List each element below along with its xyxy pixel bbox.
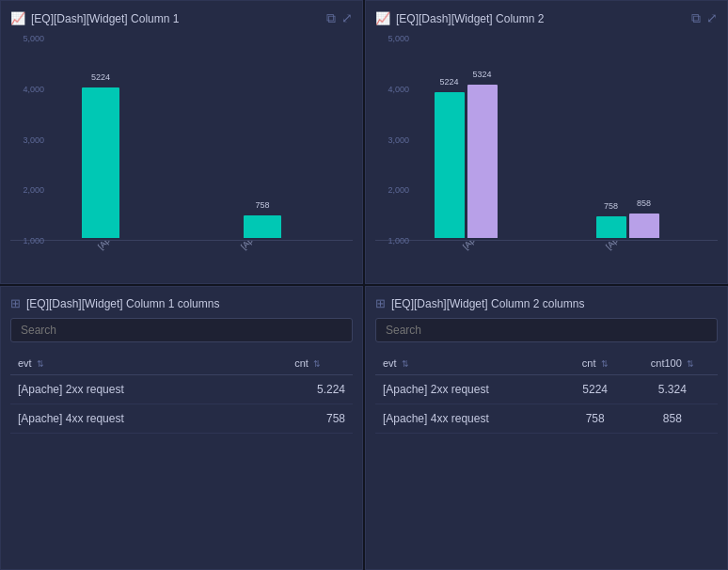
table-icon-1: ⊞ bbox=[10, 296, 21, 310]
bar-4xx-teal-2: 758 bbox=[596, 216, 626, 238]
bar-4xx-1: 758 bbox=[244, 215, 281, 238]
chart2-bars: 5224 5324 758 bbox=[375, 69, 718, 238]
chart2-actions[interactable]: ⧉ ⤢ bbox=[691, 10, 718, 26]
chart2-axis-bars: 5,000 4,000 3,000 2,000 1,000 5224 bbox=[375, 34, 718, 238]
table2-col-cnt: cnt ⇅ bbox=[563, 352, 627, 375]
table1-row2-evt: [Apache] 4xx request bbox=[10, 404, 262, 434]
table-row: [Apache] 4xx request 758 858 bbox=[375, 404, 718, 434]
table2-container: evt ⇅ cnt ⇅ cnt100 ⇅ bbox=[375, 352, 718, 560]
bar-2xx-1: 5224 bbox=[82, 87, 119, 238]
table2-header-row: evt ⇅ cnt ⇅ cnt100 ⇅ bbox=[375, 352, 718, 375]
table1-row1-evt: [Apache] 2xx request bbox=[10, 375, 262, 404]
dashboard: 📈 [EQ][Dash][Widget] Column 1 ⧉ ⤢ 5,000 … bbox=[0, 0, 728, 570]
chart2-x-labels: [Apache] 2xx request [Apache] 4xx reques… bbox=[413, 241, 718, 274]
table2-title-group: ⊞ [EQ][Dash][Widget] Column 2 columns bbox=[375, 296, 584, 310]
chart-panel-1: 📈 [EQ][Dash][Widget] Column 1 ⧉ ⤢ 5,000 … bbox=[0, 0, 363, 284]
table-icon-2: ⊞ bbox=[375, 296, 386, 310]
chart1-title: [EQ][Dash][Widget] Column 1 bbox=[31, 12, 179, 25]
table2-row1-evt: [Apache] 2xx request bbox=[375, 375, 563, 404]
table1-body: [Apache] 2xx request 5.224 [Apache] 4xx … bbox=[10, 375, 353, 434]
chart1-header: 📈 [EQ][Dash][Widget] Column 1 ⧉ ⤢ bbox=[10, 10, 353, 26]
table1-title-group: ⊞ [EQ][Dash][Widget] Column 1 columns bbox=[10, 296, 219, 310]
sort-icon-cnt100[interactable]: ⇅ bbox=[687, 359, 694, 369]
table2-row1-cnt100: 5.324 bbox=[627, 375, 718, 404]
bar-2xx-purple-2: 5324 bbox=[467, 85, 498, 238]
sort-icon-evt-2[interactable]: ⇅ bbox=[402, 359, 409, 369]
chart1-y-axis: 5,000 4,000 3,000 2,000 1,000 bbox=[10, 34, 48, 245]
chart2-title-group: 📈 [EQ][Dash][Widget] Column 2 bbox=[375, 11, 544, 25]
copy-icon-2[interactable]: ⧉ bbox=[691, 10, 701, 26]
table2-col-evt: evt ⇅ bbox=[375, 352, 563, 375]
table1: evt ⇅ cnt ⇅ [Apache] 2xx request 5.224 bbox=[10, 352, 353, 434]
bars-2-1: 5224 5324 bbox=[399, 85, 532, 238]
x-label-1-2: [Apache] 4xx request bbox=[200, 241, 343, 274]
table2-row2-cnt100: 858 bbox=[627, 404, 718, 434]
table2-row2-evt: [Apache] 4xx request bbox=[375, 404, 563, 434]
copy-icon-1[interactable]: ⧉ bbox=[326, 10, 336, 26]
chart1-bars: 5224 758 bbox=[10, 69, 353, 238]
chart1-x-labels: [Apache] 2xx request [Apache] 4xx reques… bbox=[48, 241, 353, 274]
table2-row1-cnt: 5224 bbox=[563, 375, 627, 404]
table2-header: ⊞ [EQ][Dash][Widget] Column 2 columns bbox=[375, 296, 718, 310]
sort-icon-evt-1[interactable]: ⇅ bbox=[37, 359, 44, 369]
sort-icon-cnt-1[interactable]: ⇅ bbox=[313, 359, 321, 369]
chart2-wrapper: 5,000 4,000 3,000 2,000 1,000 5224 bbox=[375, 34, 718, 274]
table1-search[interactable] bbox=[10, 318, 353, 342]
table2-title: [EQ][Dash][Widget] Column 2 columns bbox=[391, 297, 584, 310]
chart1-axis-bars: 5,000 4,000 3,000 2,000 1,000 5224 bbox=[10, 34, 353, 238]
bar-4xx-purple-2: 858 bbox=[629, 214, 659, 238]
fullscreen-icon-2[interactable]: ⤢ bbox=[706, 10, 718, 26]
bar-2xx-teal-2: 5224 bbox=[435, 92, 465, 238]
table1-header: ⊞ [EQ][Dash][Widget] Column 1 columns bbox=[10, 296, 353, 310]
table-row: [Apache] 2xx request 5224 5.324 bbox=[375, 375, 718, 404]
table2-col-cnt100: cnt100 ⇅ bbox=[627, 352, 718, 375]
chart-icon-2: 📈 bbox=[375, 11, 390, 25]
chart2-y-axis: 5,000 4,000 3,000 2,000 1,000 bbox=[375, 34, 413, 245]
x-label-2-1: [Apache] 2xx request bbox=[422, 241, 565, 274]
table1-header-row: evt ⇅ cnt ⇅ bbox=[10, 352, 353, 375]
table2-body: [Apache] 2xx request 5224 5.324 [Apache]… bbox=[375, 375, 718, 434]
bars-1-1: 5224 bbox=[34, 87, 167, 238]
table1-container: evt ⇅ cnt ⇅ [Apache] 2xx request 5.224 bbox=[10, 352, 353, 560]
fullscreen-icon-1[interactable]: ⤢ bbox=[341, 10, 353, 26]
chart-icon-1: 📈 bbox=[10, 11, 25, 25]
bar-group-2-2: 758 858 bbox=[546, 214, 708, 238]
bars-2-2: 758 858 bbox=[561, 214, 694, 238]
table1-row2-cnt: 758 bbox=[262, 404, 353, 434]
table-panel-2: ⊞ [EQ][Dash][Widget] Column 2 columns ev… bbox=[365, 286, 728, 570]
table2-search[interactable] bbox=[375, 318, 718, 342]
bar-group-1-2: 758 bbox=[182, 215, 343, 238]
chart2-title: [EQ][Dash][Widget] Column 2 bbox=[396, 12, 544, 25]
table1-col-evt: evt ⇅ bbox=[10, 352, 262, 375]
table-row: [Apache] 2xx request 5.224 bbox=[10, 375, 353, 404]
chart1-wrapper: 5,000 4,000 3,000 2,000 1,000 5224 bbox=[10, 34, 353, 274]
sort-icon-cnt-2[interactable]: ⇅ bbox=[601, 359, 609, 369]
table-panel-1: ⊞ [EQ][Dash][Widget] Column 1 columns ev… bbox=[0, 286, 363, 570]
x-label-1-1: [Apache] 2xx request bbox=[57, 241, 200, 274]
table2: evt ⇅ cnt ⇅ cnt100 ⇅ bbox=[375, 352, 718, 434]
table2-row2-cnt: 758 bbox=[563, 404, 627, 434]
bars-1-2: 758 bbox=[196, 215, 329, 238]
chart1-actions[interactable]: ⧉ ⤢ bbox=[326, 10, 353, 26]
chart2-header: 📈 [EQ][Dash][Widget] Column 2 ⧉ ⤢ bbox=[375, 10, 718, 26]
table-row: [Apache] 4xx request 758 bbox=[10, 404, 353, 434]
x-label-2-2: [Apache] 4xx request bbox=[565, 241, 708, 274]
table1-title: [EQ][Dash][Widget] Column 1 columns bbox=[26, 297, 219, 310]
chart-panel-2: 📈 [EQ][Dash][Widget] Column 2 ⧉ ⤢ 5,000 … bbox=[365, 0, 728, 284]
table1-col-cnt: cnt ⇅ bbox=[262, 352, 353, 375]
chart1-title-group: 📈 [EQ][Dash][Widget] Column 1 bbox=[10, 11, 179, 25]
table1-row1-cnt: 5.224 bbox=[262, 375, 353, 404]
